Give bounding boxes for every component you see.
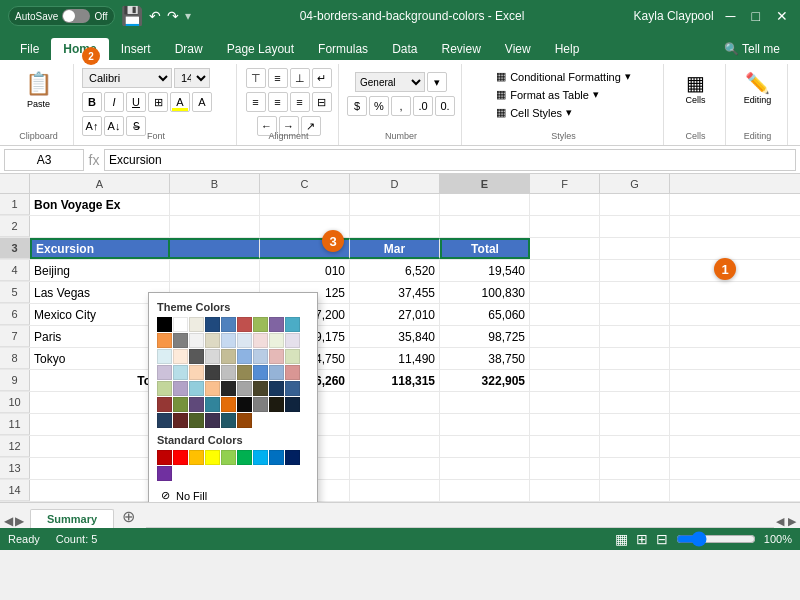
align-top-button[interactable]: ⊤: [246, 68, 266, 88]
color-swatch[interactable]: [157, 397, 172, 412]
cell-f9[interactable]: [530, 370, 600, 391]
color-swatch[interactable]: [221, 333, 236, 348]
cell-f8[interactable]: [530, 348, 600, 369]
color-swatch[interactable]: [269, 317, 284, 332]
align-center-button[interactable]: ≡: [268, 92, 288, 112]
row-header-4[interactable]: 4: [0, 260, 30, 281]
cell-f7[interactable]: [530, 326, 600, 347]
underline-button[interactable]: U: [126, 92, 146, 112]
cell-g13[interactable]: [600, 458, 670, 479]
cell-g11[interactable]: [600, 414, 670, 435]
tab-draw[interactable]: Draw: [163, 38, 215, 60]
cell-a1[interactable]: Bon Voyage Ex: [30, 194, 170, 215]
color-swatch[interactable]: [205, 349, 220, 364]
undo-button[interactable]: ↶: [149, 8, 161, 24]
cell-g9[interactable]: [600, 370, 670, 391]
cell-f6[interactable]: [530, 304, 600, 325]
decrease-decimal-button[interactable]: 0.: [435, 96, 455, 116]
tab-home[interactable]: Home: [51, 38, 108, 60]
color-swatch[interactable]: [157, 466, 172, 481]
cell-g5[interactable]: [600, 282, 670, 303]
font-size-select[interactable]: 14: [174, 68, 210, 88]
color-swatch[interactable]: [173, 381, 188, 396]
color-swatch[interactable]: [253, 317, 268, 332]
cell-f11[interactable]: [530, 414, 600, 435]
tab-file[interactable]: File: [8, 38, 51, 60]
color-swatch[interactable]: [173, 413, 188, 428]
cell-d13[interactable]: [350, 458, 440, 479]
cell-e8[interactable]: 38,750: [440, 348, 530, 369]
color-swatch[interactable]: [253, 397, 268, 412]
color-swatch[interactable]: [189, 381, 204, 396]
cell-e4[interactable]: 19,540: [440, 260, 530, 281]
cell-f10[interactable]: [530, 392, 600, 413]
cell-c4[interactable]: 010: [260, 260, 350, 281]
color-swatch[interactable]: [285, 333, 300, 348]
row-header-13[interactable]: 13: [0, 458, 30, 479]
align-middle-button[interactable]: ≡: [268, 68, 288, 88]
cell-d10[interactable]: [350, 392, 440, 413]
cell-b4[interactable]: [170, 260, 260, 281]
cell-b1[interactable]: [170, 194, 260, 215]
number-format-select[interactable]: General: [355, 72, 425, 92]
cell-e9[interactable]: 322,905: [440, 370, 530, 391]
col-header-a[interactable]: A: [30, 174, 170, 193]
cell-d3[interactable]: Mar: [350, 238, 440, 259]
cell-b2[interactable]: [170, 216, 260, 237]
color-swatch[interactable]: [253, 381, 268, 396]
cell-d2[interactable]: [350, 216, 440, 237]
comma-button[interactable]: ,: [391, 96, 411, 116]
cell-g14[interactable]: [600, 480, 670, 501]
bold-button[interactable]: B: [82, 92, 102, 112]
cell-e2[interactable]: [440, 216, 530, 237]
color-swatch[interactable]: [285, 349, 300, 364]
border-button[interactable]: ⊞: [148, 92, 168, 112]
color-swatch[interactable]: [157, 317, 172, 332]
color-swatch[interactable]: [205, 381, 220, 396]
color-swatch[interactable]: [157, 349, 172, 364]
cell-d1[interactable]: [350, 194, 440, 215]
color-swatch[interactable]: [189, 450, 204, 465]
color-swatch[interactable]: [237, 397, 252, 412]
paste-button[interactable]: 📋 Paste: [19, 68, 59, 112]
cell-e12[interactable]: [440, 436, 530, 457]
row-header-10[interactable]: 10: [0, 392, 30, 413]
cell-g7[interactable]: [600, 326, 670, 347]
currency-button[interactable]: $: [347, 96, 367, 116]
color-swatch[interactable]: [189, 413, 204, 428]
row-header-9[interactable]: 9: [0, 370, 30, 391]
tab-help[interactable]: Help: [543, 38, 592, 60]
align-right-button[interactable]: ≡: [290, 92, 310, 112]
color-swatch[interactable]: [285, 397, 300, 412]
color-swatch[interactable]: [237, 349, 252, 364]
sheet-nav-right[interactable]: ▶: [15, 514, 24, 528]
color-swatch[interactable]: [205, 450, 220, 465]
cell-a4[interactable]: Beijing: [30, 260, 170, 281]
color-swatch[interactable]: [269, 333, 284, 348]
color-swatch[interactable]: [269, 349, 284, 364]
color-swatch[interactable]: [285, 450, 300, 465]
cell-d7[interactable]: 35,840: [350, 326, 440, 347]
color-swatch[interactable]: [237, 365, 252, 380]
color-swatch[interactable]: [173, 450, 188, 465]
tab-data[interactable]: Data: [380, 38, 429, 60]
cell-e5[interactable]: 100,830: [440, 282, 530, 303]
fill-color-button[interactable]: A: [170, 92, 190, 112]
color-swatch[interactable]: [221, 397, 236, 412]
cell-g6[interactable]: [600, 304, 670, 325]
color-swatch[interactable]: [237, 450, 252, 465]
color-swatch[interactable]: [205, 413, 220, 428]
color-swatch[interactable]: [189, 333, 204, 348]
cell-g1[interactable]: [600, 194, 670, 215]
color-swatch[interactable]: [189, 365, 204, 380]
color-swatch[interactable]: [157, 365, 172, 380]
color-swatch[interactable]: [253, 333, 268, 348]
cell-g2[interactable]: [600, 216, 670, 237]
cell-e7[interactable]: 98,725: [440, 326, 530, 347]
color-swatch[interactable]: [173, 333, 188, 348]
color-swatch[interactable]: [157, 381, 172, 396]
col-header-d[interactable]: D: [350, 174, 440, 193]
cell-f13[interactable]: [530, 458, 600, 479]
percent-button[interactable]: %: [369, 96, 389, 116]
color-swatch[interactable]: [221, 365, 236, 380]
